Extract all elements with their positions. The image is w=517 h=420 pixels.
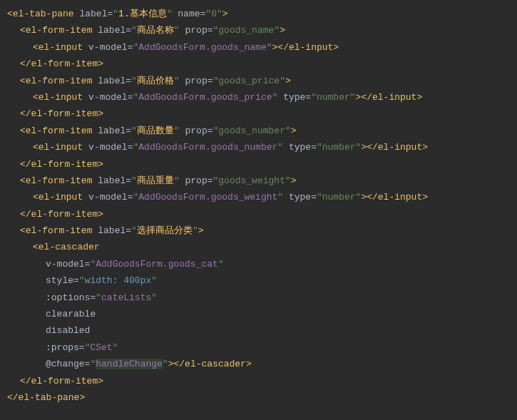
code-token: "number" <box>317 142 361 153</box>
code-line[interactable]: v-model="AddGoodsForm.goods_cat" <box>7 256 510 272</box>
code-token: = <box>208 25 213 36</box>
code-line[interactable]: <el-form-item label="商品数量" prop="goods_n… <box>7 123 510 139</box>
code-token: label <box>92 225 126 236</box>
code-line[interactable]: </el-tab-pane> <box>7 389 510 406</box>
code-token: = <box>208 175 213 186</box>
code-line[interactable]: :props="CSet" <box>7 339 510 356</box>
code-token: " <box>79 275 85 286</box>
code-token: "goods_name" <box>213 25 280 36</box>
code-line[interactable]: <el-cascader <box>7 239 510 255</box>
code-token: " <box>174 76 180 86</box>
code-token: > <box>280 25 285 36</box>
code-line[interactable]: <el-form-item label="商品名称" prop="goods_n… <box>7 22 510 39</box>
code-token: " <box>131 25 137 36</box>
code-token: 1.基本信息 <box>118 9 167 19</box>
code-token: el-cascader <box>185 359 246 369</box>
code-token: > <box>98 58 103 69</box>
code-token: type <box>283 192 311 203</box>
code-token: = <box>311 142 317 153</box>
code-token: " <box>151 275 157 286</box>
code-token: " <box>174 25 180 36</box>
code-token: = <box>208 126 213 136</box>
code-token: v-model <box>83 192 127 203</box>
code-token: ></ <box>272 42 289 53</box>
code-line[interactable]: @change="handleChange"></el-cascader> <box>7 356 510 372</box>
code-token: el-form-item <box>31 209 98 220</box>
code-token: > <box>416 92 422 103</box>
code-token: width: 400px <box>85 275 152 286</box>
code-token: :options <box>46 292 90 303</box>
code-line[interactable]: <el-tab-pane label="1.基本信息" name="0"> <box>7 6 510 22</box>
code-token: ></ <box>356 92 372 103</box>
code-token: el-input <box>378 192 422 203</box>
code-token: type <box>277 92 305 103</box>
code-token: > <box>285 76 291 86</box>
code-line[interactable]: </el-form-item> <box>7 56 510 72</box>
code-line[interactable]: </el-form-item> <box>7 156 510 173</box>
code-token: " <box>131 126 137 136</box>
code-token: cateLists <box>101 292 151 303</box>
code-token: ></ <box>361 142 377 153</box>
code-line[interactable]: <el-input v-model="AddGoodsForm.goods_we… <box>7 189 510 205</box>
code-token: prop <box>180 76 208 86</box>
code-token: > <box>98 159 103 170</box>
code-token: < <box>20 25 26 36</box>
code-token: > <box>222 9 228 19</box>
code-token: AddGoodsForm.goods_weight <box>138 192 277 203</box>
code-token: prop <box>180 126 208 136</box>
code-line[interactable]: <el-input v-model="AddGoodsForm.goods_nu… <box>7 139 510 155</box>
code-token: = <box>126 76 131 86</box>
code-token: = <box>126 25 131 36</box>
code-token: CSet <box>90 342 112 353</box>
code-line[interactable]: style="width: 400px" <box>7 272 510 289</box>
code-token: " <box>131 76 137 86</box>
code-token: v-model <box>83 42 127 53</box>
code-line[interactable]: <el-form-item label="商品重量" prop="goods_w… <box>7 173 510 189</box>
code-token: label <box>92 175 126 186</box>
code-line[interactable]: <el-input v-model="AddGoodsForm.goods_pr… <box>7 89 510 106</box>
code-token: "number" <box>311 92 355 103</box>
code-token: = <box>73 275 79 286</box>
code-token: > <box>422 192 428 203</box>
code-line[interactable]: <el-form-item label="选择商品分类"> <box>7 222 510 239</box>
code-token: label <box>92 126 126 136</box>
code-token: AddGoodsForm.goods_name <box>138 42 266 53</box>
code-token: label <box>92 25 126 36</box>
code-line[interactable]: </el-form-item> <box>7 373 510 389</box>
code-token: " <box>277 192 283 203</box>
code-token: > <box>198 225 204 236</box>
code-token: " <box>267 42 272 53</box>
code-token: < <box>20 175 26 186</box>
code-token: :props <box>46 342 79 353</box>
code-line[interactable]: <el-input v-model="AddGoodsForm.goods_na… <box>7 39 510 56</box>
code-token: "goods_number" <box>213 126 291 136</box>
code-token: " <box>167 9 173 19</box>
code-token: </ <box>20 108 31 119</box>
code-token: el-form-item <box>26 225 93 236</box>
code-line[interactable]: </el-form-item> <box>7 106 510 122</box>
code-token: AddGoodsForm.goods_number <box>138 142 277 153</box>
code-token: ></ <box>168 359 185 369</box>
code-token: el-input <box>39 42 83 53</box>
code-token: 选择商品分类 <box>137 225 193 236</box>
code-line[interactable]: disabled <box>7 322 510 339</box>
code-token: el-form-item <box>31 376 98 386</box>
code-editor[interactable]: <el-tab-pane label="1.基本信息" name="0"><el… <box>0 0 517 411</box>
code-token: v-model <box>83 92 127 103</box>
code-token: el-form-item <box>26 76 93 86</box>
code-token: v-model <box>46 259 85 270</box>
code-token: > <box>98 376 103 386</box>
code-token: " <box>193 225 198 236</box>
code-token: el-form-item <box>31 159 98 170</box>
code-token: "goods_price" <box>213 76 285 86</box>
code-token: v-model <box>83 142 127 153</box>
code-token: " <box>113 9 118 19</box>
code-line[interactable]: clearable <box>7 306 510 322</box>
code-line[interactable]: <el-form-item label="商品价格" prop="goods_p… <box>7 73 510 89</box>
code-token: < <box>33 92 39 103</box>
code-token: > <box>98 108 103 119</box>
code-line[interactable]: </el-form-item> <box>7 206 510 222</box>
code-line[interactable]: :options="cateLists" <box>7 290 510 306</box>
code-token: el-input <box>39 192 83 203</box>
code-token: < <box>7 9 13 19</box>
